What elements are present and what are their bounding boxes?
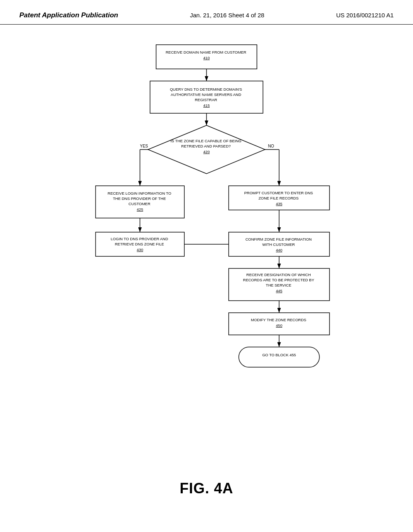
- diagram-area: RECEIVE DOMAIN NAME FROM CUSTOMER 410 QU…: [0, 25, 413, 521]
- svg-text:GO TO BLOCK 455: GO TO BLOCK 455: [262, 353, 296, 357]
- page-header: Patent Application Publication Jan. 21, …: [0, 0, 413, 25]
- block-455: [239, 347, 319, 367]
- no-label: NO: [268, 144, 274, 148]
- flowchart-svg: RECEIVE DOMAIN NAME FROM CUSTOMER 410 QU…: [65, 41, 348, 476]
- yes-label: YES: [140, 144, 148, 148]
- header-patent-number: US 2016/0021210 A1: [336, 12, 394, 19]
- block-415: [150, 81, 263, 113]
- header-date-sheet: Jan. 21, 2016 Sheet 4 of 28: [190, 12, 264, 19]
- figure-label: FIG. 4A: [179, 480, 233, 497]
- header-title: Patent Application Publication: [19, 11, 118, 19]
